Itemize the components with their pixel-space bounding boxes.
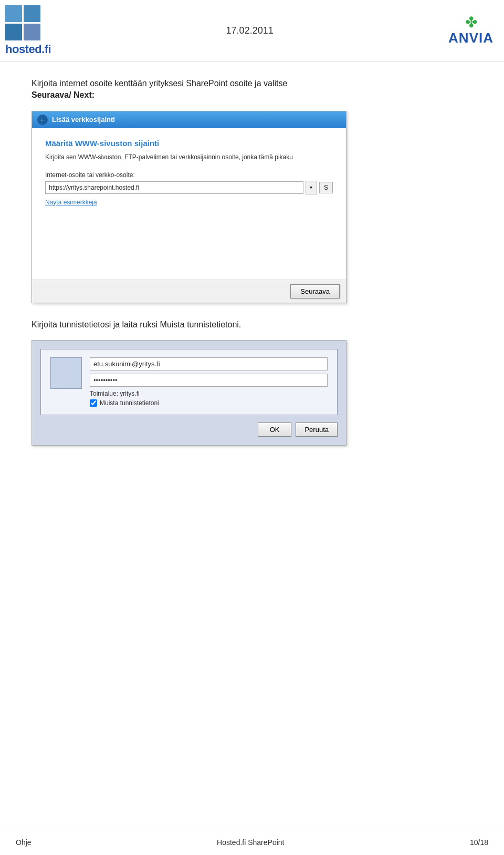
- anvia-text: ANVIA: [448, 30, 494, 46]
- dialog-1-spacer: [45, 206, 333, 269]
- password-input[interactable]: [90, 374, 328, 387]
- remember-credentials-checkbox[interactable]: [90, 399, 97, 407]
- instruction-2: Kirjoita tunnistetietosi ja laita ruksi …: [32, 319, 478, 331]
- remember-credentials-row: Muista tunnistetietoni: [90, 399, 328, 407]
- dialog-1-url-input[interactable]: [45, 181, 303, 194]
- dialog-1-footer: Seuraava: [32, 280, 346, 303]
- dialog-1-s-button[interactable]: S: [319, 182, 333, 193]
- dialog-1-titlebar-icon: ←: [37, 115, 48, 125]
- logo-squares: [5, 5, 40, 40]
- screenshot-dialog-2: Toimialue: yritys.fi Muista tunnistetiet…: [32, 340, 346, 446]
- logo-square-bl: [5, 24, 22, 40]
- header-date: 17.02.2011: [226, 25, 274, 36]
- username-input[interactable]: [90, 357, 328, 370]
- footer-center-text: Hosted.fi SharePoint: [217, 838, 284, 847]
- dialog-1-description: Kirjoita sen WWW-sivuston, FTP-palvelime…: [45, 153, 333, 162]
- hosted-fi-logo: hosted.fi: [5, 5, 51, 56]
- credentials-fields: Toimialue: yritys.fi Muista tunnistetiet…: [90, 357, 328, 407]
- logo-square-br: [24, 24, 40, 40]
- hosted-fi-text: hosted.fi: [5, 43, 51, 56]
- dialog-1-titlebar-text: Lisää verkkosijainti: [52, 116, 115, 123]
- logo-square-tr: [24, 5, 40, 22]
- page-footer: Ohje Hosted.fi SharePoint 10/18: [0, 829, 504, 855]
- footer-left-text: Ohje: [16, 838, 32, 847]
- dialog-1-input-label: Internet-osoite tai verkko-osoite:: [45, 171, 333, 179]
- anvia-logo: ✤ ANVIA: [448, 15, 494, 46]
- instruction-1-text: Kirjoita internet osoite kenttään yrityk…: [32, 79, 287, 88]
- credentials-icon: [50, 357, 82, 389]
- dialog-1-dropdown-button[interactable]: ▾: [306, 181, 317, 194]
- dialog-1-input-row: ▾ S: [45, 181, 333, 194]
- dialog-1-examples-link[interactable]: Näytä esimerkkejä: [45, 199, 333, 206]
- dialog-1-body: Määritä WWW-sivuston sijainti Kirjoita s…: [32, 128, 346, 280]
- anvia-crown-icon: ✤: [465, 15, 477, 30]
- page-header: hosted.fi 17.02.2011 ✤ ANVIA: [0, 0, 504, 62]
- main-content: Kirjoita internet osoite kenttään yrityk…: [0, 62, 504, 503]
- logo-square-tl: [5, 5, 22, 22]
- credentials-ok-button[interactable]: OK: [258, 423, 292, 437]
- credentials-cancel-button[interactable]: Peruuta: [296, 423, 338, 437]
- dialog-1-next-button[interactable]: Seuraava: [290, 284, 340, 298]
- screenshot-dialog-1: ← Lisää verkkosijainti Määritä WWW-sivus…: [32, 111, 346, 303]
- dialog-1-section-title: Määritä WWW-sivuston sijainti: [45, 139, 333, 148]
- dialog-1-titlebar: ← Lisää verkkosijainti: [32, 111, 346, 128]
- credentials-dialog: Toimialue: yritys.fi Muista tunnistetiet…: [40, 349, 338, 415]
- instruction-1-bold: Seuraava/ Next:: [32, 90, 94, 99]
- remember-credentials-label: Muista tunnistetietoni: [100, 399, 159, 407]
- domain-label: Toimialue: yritys.fi: [90, 390, 328, 397]
- credentials-footer: OK Peruuta: [40, 423, 338, 437]
- instruction-1: Kirjoita internet osoite kenttään yrityk…: [32, 78, 478, 101]
- footer-page-number: 10/18: [470, 838, 488, 847]
